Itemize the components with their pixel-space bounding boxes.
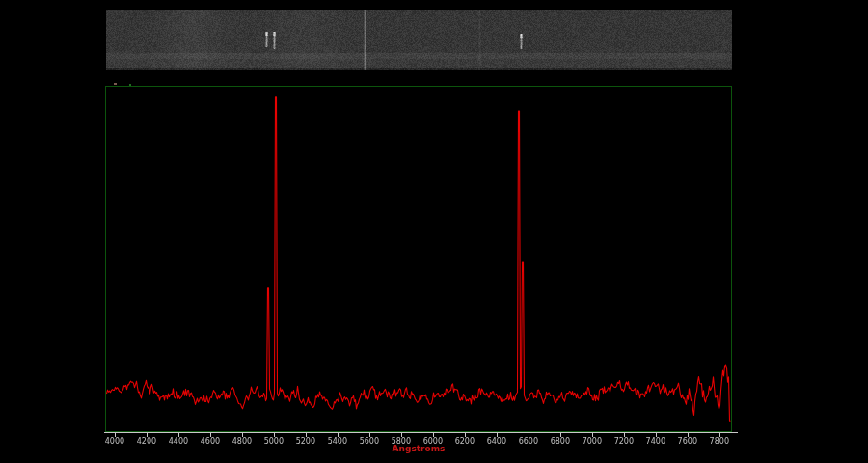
- x-tick-label: 6400: [487, 437, 506, 446]
- x-tick-label: 7000: [583, 437, 602, 446]
- x-tick-label: 6000: [423, 437, 443, 446]
- plot-corner-artifact: [114, 83, 117, 85]
- x-tick-label: 5400: [328, 437, 347, 446]
- x-tick: [719, 433, 720, 437]
- x-axis-title: Angstroms: [105, 444, 732, 453]
- x-tick: [433, 433, 434, 437]
- x-tick: [178, 433, 179, 437]
- x-tick-label: 4800: [232, 437, 252, 446]
- x-tick-label: 5200: [296, 437, 315, 446]
- x-tick-label: 6200: [455, 437, 475, 446]
- x-tick: [592, 433, 593, 437]
- x-tick-label: 7200: [614, 437, 634, 446]
- x-axis-line: [104, 432, 738, 433]
- x-tick: [624, 433, 625, 437]
- plot-corner-artifact: [129, 84, 131, 86]
- x-tick: [369, 433, 370, 437]
- x-tick-label: 6800: [551, 437, 570, 446]
- x-tick-label: 5800: [392, 437, 411, 446]
- x-tick-label: 4400: [169, 437, 188, 446]
- x-tick: [274, 433, 275, 437]
- spectrum-plot-frame: [105, 86, 732, 432]
- x-tick: [147, 433, 148, 437]
- x-tick: [688, 433, 689, 437]
- x-tick: [497, 433, 498, 437]
- application-window: 4000420044004600480050005200540056005800…: [0, 0, 868, 463]
- spectrum-1d-plot[interactable]: [106, 87, 731, 431]
- x-tick-label: 6600: [519, 437, 538, 446]
- x-tick: [560, 433, 561, 437]
- x-tick-label: 5600: [360, 437, 379, 446]
- x-tick: [465, 433, 466, 437]
- x-tick-label: 7800: [710, 437, 729, 446]
- x-tick-label: 4200: [137, 437, 156, 446]
- x-tick: [242, 433, 243, 437]
- x-tick: [306, 433, 307, 437]
- x-tick-label: 5000: [264, 437, 284, 446]
- x-tick: [338, 433, 339, 437]
- x-tick: [529, 433, 529, 437]
- x-tick: [401, 433, 402, 437]
- x-tick-label: 7400: [646, 437, 665, 446]
- spectrum-2d-image: [106, 10, 732, 70]
- x-tick-label: 4600: [201, 437, 220, 446]
- x-tick: [210, 433, 211, 437]
- x-tick: [656, 433, 657, 437]
- x-tick-label: 7600: [678, 437, 697, 446]
- x-tick-label: 4000: [105, 437, 124, 446]
- x-tick: [115, 433, 116, 437]
